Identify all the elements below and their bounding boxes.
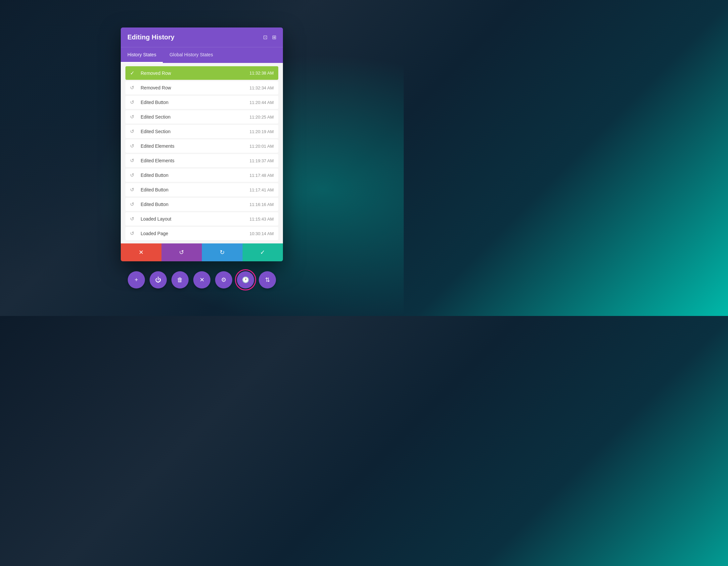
history-item-time: 11:19:37 AM — [250, 158, 274, 163]
history-item-label: Edited Button — [141, 172, 250, 178]
history-item-time: 11:17:48 AM — [250, 173, 274, 178]
undo-icon: ↺ — [130, 158, 137, 164]
history-item[interactable]: ↺Removed Row11:32:34 AM — [125, 81, 278, 94]
history-item-time: 10:30:14 AM — [250, 231, 274, 236]
arrows-icon: ⇅ — [265, 276, 270, 284]
undo-icon: ↺ — [130, 172, 137, 178]
add-icon: + — [135, 276, 138, 284]
undo-icon: ↺ — [130, 114, 137, 120]
panel-header-icons: ⊡ ⊞ — [263, 34, 276, 40]
history-item-label: Removed Row — [141, 85, 250, 90]
bottom-toolbar: +⏻🗑✕⚙🕐⇅ — [128, 271, 276, 289]
toolbar-power-button[interactable]: ⏻ — [150, 271, 167, 289]
history-item-label: Loaded Layout — [141, 216, 250, 221]
history-item-label: Edited Elements — [141, 158, 250, 163]
capture-icon[interactable]: ⊡ — [263, 34, 267, 40]
undo-icon: ↺ — [130, 230, 137, 236]
cancel-button[interactable]: ✕ — [121, 243, 161, 261]
history-item-time: 11:32:38 AM — [250, 71, 274, 75]
panel-title: Editing History — [127, 33, 174, 41]
toolbar-trash-button[interactable]: 🗑 — [171, 271, 189, 289]
toolbar-settings-button[interactable]: ⚙ — [215, 271, 232, 289]
undo-icon: ↺ — [130, 216, 137, 222]
undo-icon: ↺ — [130, 187, 137, 193]
history-item[interactable]: ↺Loaded Page10:30:14 AM — [125, 227, 278, 240]
undo-icon: ↺ — [130, 128, 137, 134]
history-item[interactable]: ✓Removed Row11:32:38 AM — [125, 66, 278, 80]
history-item[interactable]: ↺Edited Section11:20:19 AM — [125, 125, 278, 138]
history-item[interactable]: ↺Edited Button11:20:44 AM — [125, 96, 278, 109]
power-icon: ⏻ — [155, 276, 161, 284]
confirm-button[interactable]: ✓ — [243, 243, 283, 261]
toolbar-history-button[interactable]: 🕐 — [237, 271, 254, 289]
history-item[interactable]: ↺Loaded Layout11:15:43 AM — [125, 212, 278, 225]
history-item[interactable]: ↺Edited Section11:20:25 AM — [125, 110, 278, 123]
tab-global-history-states[interactable]: Global History States — [163, 47, 220, 63]
panel-footer: ✕ ↺ ↻ ✓ — [121, 243, 283, 261]
trash-icon: 🗑 — [177, 276, 183, 284]
history-item-label: Edited Section — [141, 129, 250, 134]
history-item-time: 11:32:34 AM — [250, 85, 274, 90]
toolbar-add-button[interactable]: + — [128, 271, 145, 289]
history-item-label: Edited Button — [141, 187, 250, 192]
undo-icon: ✓ — [130, 70, 137, 76]
history-item-time: 11:20:01 AM — [250, 144, 274, 149]
history-item[interactable]: ↺Edited Button11:17:41 AM — [125, 183, 278, 196]
panel-header: Editing History ⊡ ⊞ — [121, 27, 283, 47]
history-item-time: 11:20:44 AM — [250, 100, 274, 105]
history-item-time: 11:16:16 AM — [250, 202, 274, 207]
history-item[interactable]: ↺Edited Button11:16:16 AM — [125, 198, 278, 211]
history-item[interactable]: ↺Edited Button11:17:48 AM — [125, 168, 278, 182]
history-item-label: Edited Button — [141, 202, 250, 207]
close-icon: ✕ — [200, 276, 205, 284]
history-item-time: 11:20:19 AM — [250, 129, 274, 134]
history-item-label: Edited Button — [141, 100, 250, 105]
history-item[interactable]: ↺Edited Elements11:19:37 AM — [125, 154, 278, 167]
undo-icon: ↺ — [130, 143, 137, 149]
history-item-label: Removed Row — [141, 71, 250, 76]
tab-history-states[interactable]: History States — [121, 47, 163, 63]
columns-icon[interactable]: ⊞ — [272, 34, 276, 40]
undo-icon: ↺ — [130, 99, 137, 105]
history-icon: 🕐 — [242, 276, 249, 284]
toolbar-close-button[interactable]: ✕ — [193, 271, 210, 289]
history-list: ✓Removed Row11:32:38 AM↺Removed Row11:32… — [121, 63, 283, 243]
panel-wrapper: Editing History ⊡ ⊞ History States Globa… — [121, 27, 283, 289]
history-item[interactable]: ↺Edited Elements11:20:01 AM — [125, 139, 278, 153]
panel-tabs: History States Global History States — [121, 47, 283, 63]
history-item-label: Loaded Page — [141, 231, 250, 236]
history-item-time: 11:17:41 AM — [250, 187, 274, 192]
history-item-label: Edited Elements — [141, 143, 250, 149]
history-item-label: Edited Section — [141, 114, 250, 119]
history-item-time: 11:15:43 AM — [250, 216, 274, 221]
toolbar-arrows-button[interactable]: ⇅ — [259, 271, 276, 289]
undo-icon: ↺ — [130, 85, 137, 91]
redo-button[interactable]: ↻ — [202, 243, 243, 261]
editing-history-panel: Editing History ⊡ ⊞ History States Globa… — [121, 27, 283, 261]
history-item-time: 11:20:25 AM — [250, 115, 274, 119]
undo-button[interactable]: ↺ — [161, 243, 202, 261]
settings-icon: ⚙ — [221, 276, 226, 284]
undo-icon: ↺ — [130, 201, 137, 207]
